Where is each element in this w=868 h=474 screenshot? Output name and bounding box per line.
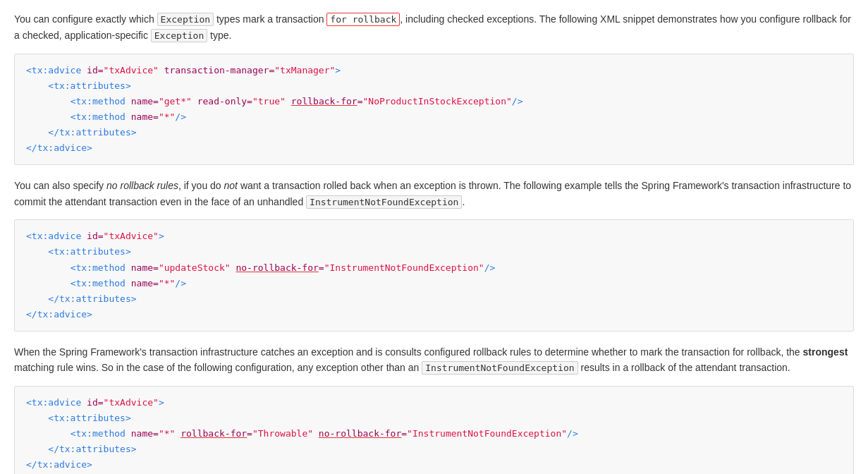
- p1-for-rollback-code: for rollback: [326, 13, 400, 26]
- code-block-3-line-2: <tx:attributes>: [26, 411, 842, 426]
- p3-text-end: results in a rollback of the attendant t…: [578, 362, 790, 373]
- code-block-1: <tx:advice id="txAdvice" transaction-man…: [14, 54, 854, 166]
- code-block-3: <tx:advice id="txAdvice"> <tx:attributes…: [14, 386, 854, 474]
- code-block-1-line-6: </tx:advice>: [26, 140, 842, 156]
- p1-exception2-code: Exception: [151, 29, 207, 42]
- p2-not: not: [224, 180, 238, 191]
- paragraph-1: You can configure exactly which Exceptio…: [14, 11, 854, 44]
- code-block-2-line-5: </tx:attributes>: [26, 291, 842, 307]
- p2-exception-code: InstrumentNotFoundException: [306, 195, 462, 209]
- p3-text-start: When the Spring Framework's transaction …: [14, 346, 803, 358]
- code-block-1-line-2: <tx:attributes>: [26, 78, 842, 94]
- code-block-1-line-4: <tx:method name="*"/>: [26, 109, 842, 125]
- code-block-2-line-1: <tx:advice id="txAdvice">: [26, 229, 842, 244]
- code-block-1-line-1: <tx:advice id="txAdvice" transaction-man…: [26, 63, 842, 78]
- code-block-2-line-4: <tx:method name="*"/>: [26, 276, 842, 291]
- p3-text-mid: matching rule wins. So in the case of th…: [14, 362, 422, 373]
- code-block-2-line-2: <tx:attributes>: [26, 244, 842, 260]
- p2-italic: no rollback rules: [106, 180, 178, 191]
- paragraph-2: You can also specify no rollback rules, …: [14, 178, 854, 209]
- p3-strong: strongest: [803, 346, 848, 358]
- code-block-3-line-4: </tx:attributes>: [26, 442, 842, 457]
- code-block-3-line-1: <tx:advice id="txAdvice">: [26, 395, 842, 411]
- code-block-3-line-3: <tx:method name="*" rollback-for="Throwa…: [26, 426, 842, 442]
- p2-text-start: You can also specify: [14, 180, 106, 191]
- p1-text-mid: types mark a transaction: [214, 13, 326, 25]
- p3-exception-code: InstrumentNotFoundException: [422, 361, 577, 375]
- code-block-2: <tx:advice id="txAdvice"> <tx:attributes…: [14, 219, 854, 332]
- p1-exception-code: Exception: [157, 13, 214, 26]
- p1-text-before: You can configure exactly which: [14, 13, 157, 25]
- code-block-3-line-5: </tx:advice>: [26, 457, 842, 473]
- paragraph-3: When the Spring Framework's transaction …: [14, 344, 854, 376]
- code-block-1-line-5: </tx:attributes>: [26, 125, 842, 140]
- p1-text-end: type.: [207, 30, 231, 41]
- p2-text-end: .: [462, 196, 465, 207]
- code-block-1-line-3: <tx:method name="get*" read-only="true" …: [26, 94, 842, 109]
- code-block-2-line-3: <tx:method name="updateStock" no-rollbac…: [26, 260, 842, 276]
- code-block-2-line-6: </tx:advice>: [26, 307, 842, 322]
- p2-text-mid: , if you do: [178, 180, 224, 191]
